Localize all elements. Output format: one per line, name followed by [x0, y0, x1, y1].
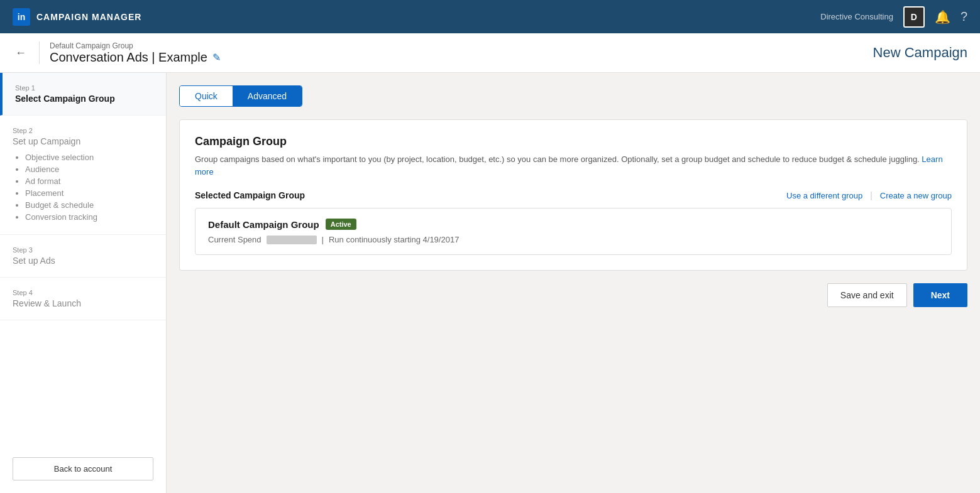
step3-number: Step 3 — [13, 246, 153, 254]
footer-actions: Save and exit Next — [179, 283, 967, 307]
selected-group-header: Selected Campaign Group Use a different … — [195, 190, 952, 200]
card-description: Group campaigns based on what's importan… — [195, 153, 952, 178]
meta-separator: | — [322, 235, 324, 244]
back-to-account-button[interactable]: Back to account — [13, 457, 153, 480]
spend-value — [267, 236, 317, 244]
step2-number: Step 2 — [13, 127, 153, 134]
sub-item-conversion: Conversion tracking — [25, 211, 153, 223]
step1-number: Step 1 — [15, 84, 153, 92]
use-different-group-button[interactable]: Use a different group — [786, 191, 862, 200]
edit-icon[interactable]: ✎ — [212, 51, 221, 63]
header-titles: Default Campaign Group Conversation Ads … — [50, 41, 221, 65]
tab-advanced[interactable]: Advanced — [233, 86, 302, 106]
sidebar: Step 1 Select Campaign Group Step 2 Set … — [0, 73, 167, 493]
selected-group-actions: Use a different group | Create a new gro… — [786, 190, 952, 200]
nav-company: Directive Consulting — [820, 12, 893, 21]
tab-quick[interactable]: Quick — [180, 86, 233, 106]
sub-item-objective: Objective selection — [25, 151, 153, 163]
step2-title: Set up Campaign — [13, 136, 153, 146]
toggle-tabs: Quick Advanced — [179, 85, 302, 107]
nav-avatar[interactable]: D — [903, 6, 925, 28]
step2-sub-items: Objective selection Audience Ad format P… — [13, 151, 153, 223]
sidebar-step-4[interactable]: Step 4 Review & Launch — [0, 278, 166, 320]
run-info: Run continuously starting 4/19/2017 — [329, 235, 459, 244]
actions-divider: | — [870, 190, 873, 200]
nav-left: in CAMPAIGN MANAGER — [13, 8, 141, 26]
top-nav: in CAMPAIGN MANAGER Directive Consulting… — [0, 0, 980, 33]
sub-item-ad-format: Ad format — [25, 175, 153, 187]
new-campaign-button[interactable]: New Campaign — [873, 45, 967, 61]
campaign-group-card: Campaign Group Group campaigns based on … — [179, 119, 967, 271]
sub-header: ← Default Campaign Group Conversation Ad… — [0, 33, 980, 73]
sub-item-audience: Audience — [25, 163, 153, 175]
linkedin-logo: in — [13, 8, 30, 26]
selected-group-label: Selected Campaign Group — [195, 190, 305, 200]
step1-title: Select Campaign Group — [15, 94, 153, 104]
campaign-group-name-row: Default Campaign Group Active — [208, 219, 939, 230]
status-badge: Active — [326, 219, 356, 230]
sidebar-step-3[interactable]: Step 3 Set up Ads — [0, 235, 166, 278]
nav-brand: CAMPAIGN MANAGER — [36, 12, 141, 22]
sidebar-step-2[interactable]: Step 2 Set up Campaign Objective selecti… — [0, 116, 166, 235]
step3-title: Set up Ads — [13, 256, 153, 266]
step4-title: Review & Launch — [13, 298, 153, 308]
content-area: Quick Advanced Campaign Group Group camp… — [167, 73, 980, 493]
save-exit-button[interactable]: Save and exit — [827, 283, 907, 307]
card-title: Campaign Group — [195, 135, 952, 148]
sub-item-placement: Placement — [25, 187, 153, 199]
sidebar-step-1[interactable]: Step 1 Select Campaign Group — [0, 73, 166, 116]
help-icon[interactable]: ? — [961, 9, 967, 24]
next-button[interactable]: Next — [913, 283, 967, 307]
campaign-group-meta: Current Spend | Run continuously startin… — [208, 235, 939, 244]
spend-label: Current Spend — [208, 235, 262, 244]
back-button[interactable]: ← — [13, 44, 29, 62]
campaign-group-name: Default Campaign Group — [208, 219, 319, 230]
breadcrumb: Default Campaign Group — [50, 41, 221, 50]
page-title: Conversation Ads | Example ✎ — [50, 50, 221, 65]
nav-right: Directive Consulting D 🔔 ? — [820, 6, 967, 28]
sub-item-budget: Budget & schedule — [25, 199, 153, 211]
step4-number: Step 4 — [13, 289, 153, 296]
sub-header-left: ← Default Campaign Group Conversation Ad… — [13, 41, 221, 65]
sidebar-steps: Step 1 Select Campaign Group Step 2 Set … — [0, 73, 166, 320]
create-new-group-button[interactable]: Create a new group — [880, 191, 952, 200]
campaign-group-item: Default Campaign Group Active Current Sp… — [195, 208, 952, 255]
header-divider — [39, 41, 40, 64]
bell-icon[interactable]: 🔔 — [935, 9, 950, 24]
main-layout: Step 1 Select Campaign Group Step 2 Set … — [0, 73, 980, 493]
